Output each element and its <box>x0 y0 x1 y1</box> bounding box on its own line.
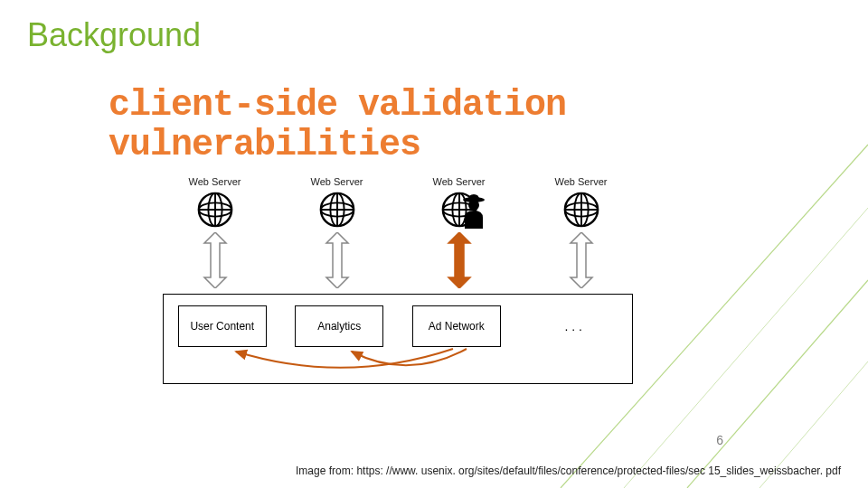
subtitle-line-1: client-side validation <box>108 85 566 126</box>
server-4-label: Web Server <box>555 176 608 187</box>
server-4: Web Server <box>532 176 631 229</box>
slide-title: Background <box>27 16 201 54</box>
module-ad-network: Ad Network <box>412 305 501 347</box>
globe-icon <box>318 191 356 229</box>
module-row: User Content Analytics Ad Network . . . <box>164 305 632 347</box>
double-arrow-icon <box>567 232 596 288</box>
image-credit: Image from: https: //www. usenix. org/si… <box>296 465 841 477</box>
attack-curves <box>164 344 634 385</box>
globe-icon <box>562 191 600 229</box>
client-box: User Content Analytics Ad Network . . . <box>163 294 633 384</box>
server-1: Web Server <box>165 176 265 229</box>
double-arrow-icon <box>201 232 230 288</box>
module-analytics: Analytics <box>295 305 383 347</box>
svg-line-23 <box>624 208 868 488</box>
arrows-row <box>154 232 642 288</box>
svg-line-24 <box>687 280 868 488</box>
server-row: Web Server Web Server <box>154 176 642 229</box>
slide-subtitle: client-side validation vulnerabilities <box>108 86 566 165</box>
server-3-label: Web Server <box>433 176 486 187</box>
server-1-label: Web Server <box>189 176 241 187</box>
module-user-content: User Content <box>178 305 267 347</box>
slide: Background client-side validation vulner… <box>0 0 868 488</box>
server-2: Web Server <box>288 176 387 229</box>
double-arrow-attack-icon <box>445 232 474 288</box>
subtitle-line-2: vulnerabilities <box>108 125 420 165</box>
spy-icon <box>460 192 487 230</box>
diagram: Web Server Web Server <box>154 176 642 393</box>
server-2-label: Web Server <box>311 176 363 187</box>
double-arrow-icon <box>323 232 352 288</box>
server-3-malicious: Web Server <box>410 176 509 229</box>
page-number: 6 <box>716 433 723 447</box>
module-ellipsis: . . . <box>529 305 618 347</box>
globe-icon <box>196 191 234 229</box>
